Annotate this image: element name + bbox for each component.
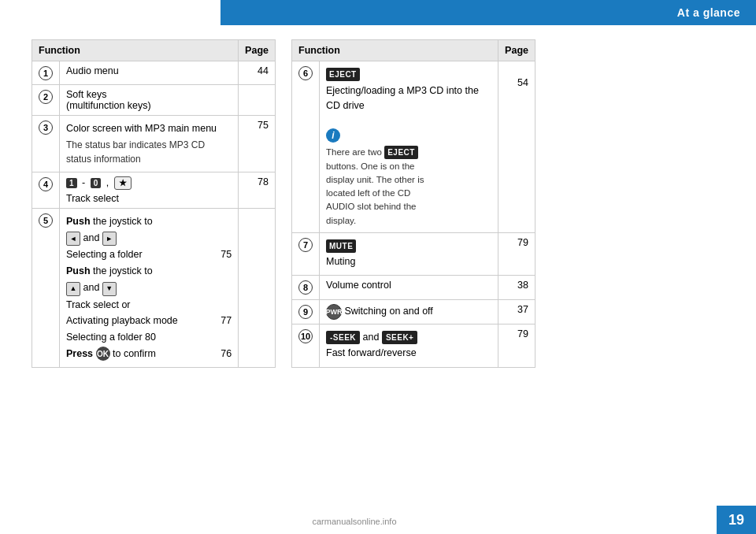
down-arrow: ▼ [102,282,117,296]
track-select-label: Track select [66,193,232,204]
row-function: Soft keys(multifunction keys) [60,85,239,116]
row-num: 1 [32,61,60,85]
track-badge-0: 0 [91,178,102,188]
push-label-2: Push [66,265,91,276]
page-badge: 19 [717,506,756,534]
row-function: Volume control [320,276,498,299]
row-function: -SEEK and SEEK+ Fast forward/reverse [320,324,498,367]
left-table: Function Page 1 Audio menu 44 2 Soft key… [32,39,276,368]
row-num: 7 [292,232,320,276]
row-num: 2 [32,85,60,116]
right-arrow: ► [102,232,117,246]
row-function: Push the joystick to ◄ and ► Selecting a… [60,208,239,367]
eject-badge-inline: EJECT [384,146,418,159]
row-num: 8 [292,276,320,299]
row-num: 10 [292,324,320,367]
pwr-badge: PWR [326,304,342,320]
seek-back-badge: -SEEK [326,331,360,344]
seek-fwd-badge: SEEK+ [382,331,418,344]
mute-badge: MUTE [326,239,356,253]
left-arrow: ◄ [66,232,80,246]
row-num: 5 [32,208,60,367]
row-function: 1 - 0 , ★ Track select [60,172,239,208]
row-page [239,85,276,116]
up-arrow: ▲ [66,282,80,296]
row-page: 75 [239,116,276,172]
row-num: 9 [292,299,320,324]
table-row: 10 -SEEK and SEEK+ Fast forward/reverse … [292,324,536,367]
row-page [239,208,276,367]
table-row: 5 Push the joystick to ◄ and ► Selecting… [32,208,276,367]
track-badge-1: 1 [66,178,77,188]
row-num: 4 [32,172,60,208]
row-page: 54 [498,61,536,233]
table-row: 6 EJECT Ejecting/loading a MP3 CD into t… [292,61,536,233]
eject-note: There are two EJECT buttons. One is on t… [326,146,491,228]
push-label-1: Push [66,216,91,227]
row-function: Color screen with MP3 main menu The stat… [60,116,239,172]
right-table: Function Page 6 EJECT Ejecting/loading a… [291,39,536,368]
left-col-function: Function [32,40,239,61]
ok-button: OK [96,347,110,361]
watermark: carmanualsonline.info [0,517,709,526]
row-num: 6 [292,61,320,233]
row-function: EJECT Ejecting/loading a MP3 CD into the… [320,61,498,233]
row-page: 44 [239,61,276,85]
row-page: 79 [498,324,536,367]
table-row: 7 MUTE Muting 79 [292,232,536,276]
table-row: 1 Audio menu 44 [32,61,276,85]
table-row: 3 Color screen with MP3 main menu The st… [32,116,276,172]
row-page: 79 [498,232,536,276]
row-page: 38 [498,276,536,299]
info-icon: i [326,128,340,143]
content-area: Function Page 1 Audio menu 44 2 Soft key… [32,39,536,368]
table-row: 4 1 - 0 , ★ Track select 78 [32,172,276,208]
right-col-page: Page [498,40,536,61]
right-col-function: Function [292,40,498,61]
row-num: 3 [32,116,60,172]
row-page: 37 [498,299,536,324]
row-function: Audio menu [60,61,239,85]
eject-badge: EJECT [326,68,360,81]
table-row: 8 Volume control 38 [292,276,536,299]
row-function: PWR Switching on and off [320,299,498,324]
star-key: ★ [114,176,132,190]
press-label: Press [66,348,93,359]
header-bar: At a glance [220,0,756,25]
row-page: 78 [239,172,276,208]
left-col-page: Page [239,40,276,61]
table-row: 2 Soft keys(multifunction keys) [32,85,276,116]
header-title: At a glance [677,6,740,19]
row-function: MUTE Muting [320,232,498,276]
table-row: 9 PWR Switching on and off 37 [292,299,536,324]
